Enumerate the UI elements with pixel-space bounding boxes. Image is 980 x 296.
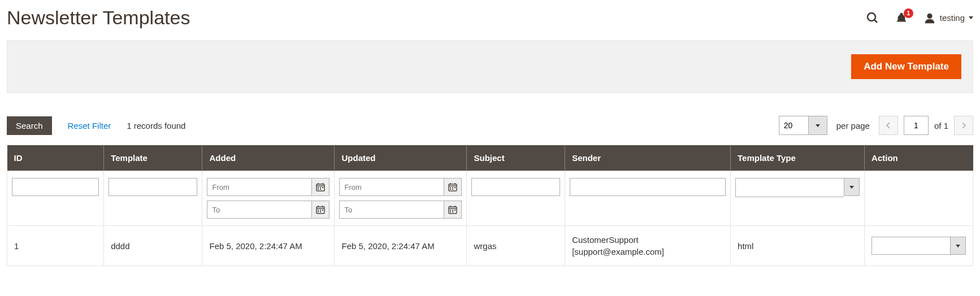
cell-updated: Feb 5, 2020, 2:24:47 AM <box>335 226 467 266</box>
svg-rect-34 <box>450 210 451 211</box>
svg-rect-19 <box>318 211 319 212</box>
filter-type[interactable] <box>735 178 844 197</box>
chevron-down-icon <box>956 245 960 247</box>
filter-type-dropdown-button[interactable] <box>844 178 860 196</box>
calendar-icon[interactable] <box>311 201 329 219</box>
cell-added: Feb 5, 2020, 2:24:47 AM <box>202 226 335 266</box>
filter-updated-to[interactable] <box>339 201 444 219</box>
cell-id: 1 <box>7 226 104 266</box>
svg-rect-25 <box>450 187 451 188</box>
sender-name: CustomerSupport <box>572 234 723 246</box>
calendar-icon[interactable] <box>444 201 462 219</box>
chevron-down-icon <box>849 186 854 189</box>
filter-updated-from[interactable] <box>339 178 444 196</box>
chevron-down-icon <box>969 16 973 19</box>
page-size-input[interactable] <box>779 116 808 135</box>
table-row[interactable]: 1 dddd Feb 5, 2020, 2:24:47 AM Feb 5, 20… <box>7 226 973 266</box>
user-icon <box>923 12 936 24</box>
svg-rect-9 <box>322 187 323 188</box>
cell-subject: wrgas <box>467 226 565 266</box>
svg-rect-37 <box>450 211 451 212</box>
chevron-down-icon <box>816 124 820 127</box>
page-title: Newsletter Templates <box>7 7 190 29</box>
filter-added-from[interactable] <box>207 178 311 196</box>
col-header-sender[interactable]: Sender <box>565 145 731 171</box>
pager: of 1 <box>879 116 973 135</box>
filter-row <box>7 171 973 226</box>
sender-email: [support@example.com] <box>572 246 723 258</box>
svg-rect-29 <box>452 189 453 190</box>
filter-sender[interactable] <box>570 178 726 196</box>
svg-rect-8 <box>320 187 321 188</box>
filter-template[interactable] <box>109 178 197 196</box>
search-button[interactable]: Search <box>7 116 52 135</box>
next-page-button[interactable] <box>954 116 973 135</box>
svg-rect-20 <box>320 211 321 212</box>
action-bar: Add New Template <box>7 40 973 93</box>
chevron-left-icon <box>886 121 891 129</box>
svg-rect-27 <box>454 187 456 188</box>
page-header: Newsletter Templates 1 testing <box>0 0 980 40</box>
per-page-label: per page <box>836 121 870 130</box>
col-header-subject[interactable]: Subject <box>467 145 565 171</box>
records-found: 1 records found <box>127 121 185 130</box>
col-header-id[interactable]: ID <box>7 145 104 171</box>
svg-rect-38 <box>452 211 453 212</box>
col-header-template[interactable]: Template <box>104 145 202 171</box>
table-header-row: ID Template Added Updated Subject Sender… <box>7 145 973 171</box>
action-select[interactable] <box>871 237 950 255</box>
col-header-added[interactable]: Added <box>202 145 335 171</box>
search-icon[interactable] <box>866 11 879 25</box>
svg-point-2 <box>927 13 932 18</box>
cell-sender: CustomerSupport [support@example.com] <box>565 226 731 266</box>
svg-rect-28 <box>450 189 451 190</box>
calendar-icon[interactable] <box>311 178 329 196</box>
grid-right-controls: per page of 1 <box>779 116 973 135</box>
of-total: of 1 <box>934 121 948 130</box>
svg-rect-18 <box>322 210 323 211</box>
action-dropdown-button[interactable] <box>950 237 966 255</box>
user-menu[interactable]: testing <box>923 12 973 24</box>
calendar-icon[interactable] <box>444 178 462 196</box>
notifications-icon[interactable]: 1 <box>895 12 908 24</box>
svg-rect-36 <box>454 210 456 211</box>
grid-left-controls: Search Reset Filter 1 records found <box>7 116 185 135</box>
reset-filter-link[interactable]: Reset Filter <box>68 121 111 130</box>
svg-rect-35 <box>452 210 453 211</box>
user-name: testing <box>940 13 965 23</box>
svg-point-0 <box>868 13 875 21</box>
prev-page-button[interactable] <box>879 116 898 135</box>
cell-template: dddd <box>104 226 202 266</box>
page-input[interactable] <box>904 116 929 135</box>
cell-type: html <box>731 226 865 266</box>
chevron-right-icon <box>961 121 966 129</box>
col-header-action[interactable]: Action <box>865 145 973 171</box>
col-header-updated[interactable]: Updated <box>335 145 467 171</box>
templates-table: ID Template Added Updated Subject Sender… <box>7 145 973 266</box>
notification-badge: 1 <box>904 8 913 18</box>
svg-rect-16 <box>318 210 319 211</box>
svg-rect-10 <box>318 189 319 190</box>
svg-rect-11 <box>320 189 321 190</box>
page-size-select[interactable] <box>779 116 827 135</box>
header-actions: 1 testing <box>866 11 973 25</box>
add-new-template-button[interactable]: Add New Template <box>851 54 961 79</box>
filter-id[interactable] <box>12 178 99 196</box>
svg-line-1 <box>874 20 877 23</box>
svg-rect-7 <box>318 187 319 188</box>
filter-subject[interactable] <box>471 178 560 196</box>
filter-added-to[interactable] <box>207 201 311 219</box>
cell-action <box>865 226 973 266</box>
svg-rect-26 <box>452 187 453 188</box>
svg-rect-17 <box>320 210 321 211</box>
page-size-dropdown-button[interactable] <box>808 116 827 135</box>
grid-controls: Search Reset Filter 1 records found per … <box>0 93 980 145</box>
col-header-type[interactable]: Template Type <box>731 145 865 171</box>
